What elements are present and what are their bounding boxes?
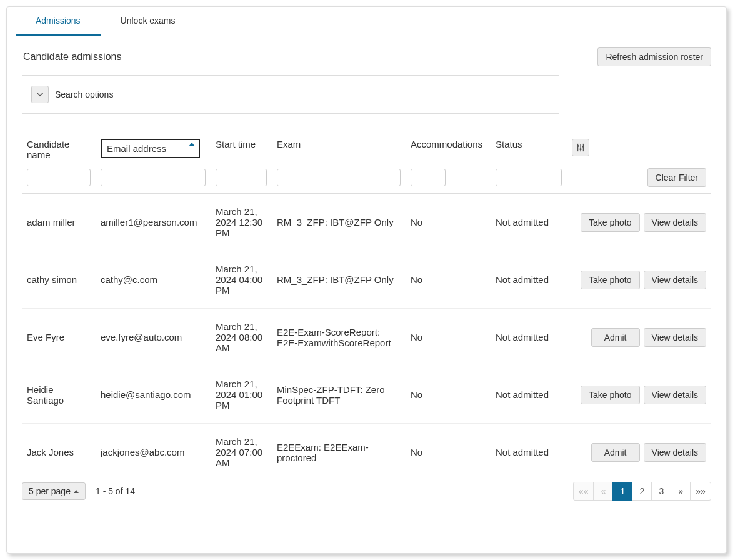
sort-asc-icon [189, 142, 195, 146]
chevron-down-icon [36, 91, 44, 98]
cell-accom: No [406, 251, 491, 309]
col-header-status[interactable]: Status [491, 135, 567, 166]
cell-name: Heidie Santiago [22, 366, 96, 424]
view-details-button[interactable]: View details [644, 271, 706, 289]
per-page-selector[interactable]: 5 per page [22, 482, 86, 500]
cell-start: March 21, 2024 08:00 AM [211, 309, 272, 366]
cell-start: March 21, 2024 04:00 PM [211, 251, 272, 309]
clear-filter-button[interactable]: Clear Filter [647, 168, 706, 187]
table-row: Eve Fyreeve.fyre@auto.comMarch 21, 2024 … [22, 309, 711, 366]
sliders-icon [576, 143, 585, 152]
row-primary-action-button[interactable]: Admit [591, 328, 640, 347]
svg-point-3 [577, 145, 579, 147]
page-number-button[interactable]: 2 [632, 482, 652, 501]
cell-status: Not admitted [491, 251, 567, 309]
cell-accom: No [406, 424, 491, 481]
expand-search-button[interactable] [31, 86, 49, 103]
per-page-label: 5 per page [29, 486, 71, 496]
cell-name: Jack Jones [22, 424, 96, 481]
page-number-button[interactable]: 3 [651, 482, 671, 501]
cell-exam: E2EExam: E2EExam-proctored [272, 424, 406, 481]
page-last-button[interactable]: »» [690, 482, 711, 501]
filter-exam-input[interactable] [277, 169, 401, 186]
cell-start: March 21, 2024 12:30 PM [211, 194, 272, 251]
view-details-button[interactable]: View details [644, 386, 706, 404]
col-header-accom[interactable]: Accommodations [406, 135, 491, 166]
row-primary-action-button[interactable]: Take photo [581, 386, 640, 404]
cell-exam: RM_3_ZFP: IBT@ZFP Only [272, 251, 406, 309]
svg-point-4 [579, 148, 581, 150]
page-title: Candidate admissions [23, 51, 121, 62]
col-header-exam[interactable]: Exam [272, 135, 406, 166]
table-settings-button[interactable] [572, 139, 589, 156]
col-header-email[interactable]: Email address [96, 135, 211, 166]
cell-email: jackjones@abc.com [96, 424, 211, 481]
filter-email-input[interactable] [101, 169, 206, 186]
cell-status: Not admitted [491, 194, 567, 251]
col-header-email-label: Email address [107, 143, 166, 154]
view-details-button[interactable]: View details [644, 213, 706, 232]
caret-up-icon [74, 490, 79, 493]
pagination-bar: 5 per page 1 - 5 of 14 «« « 123 » »» [22, 481, 711, 501]
cell-name: cathy simon [22, 251, 96, 309]
cell-status: Not admitted [491, 309, 567, 366]
cell-exam: E2E-Exam-ScoreReport: E2E-ExamwithScoreR… [272, 309, 406, 366]
table-row: Jack Jonesjackjones@abc.comMarch 21, 202… [22, 424, 711, 481]
filter-start-input[interactable] [216, 169, 267, 186]
cell-accom: No [406, 309, 491, 366]
cell-email: amiller1@pearson.com [96, 194, 211, 251]
svg-point-5 [582, 146, 584, 148]
tab-unlock-exams[interactable]: Unlock exams [101, 7, 196, 36]
view-details-button[interactable]: View details [644, 328, 706, 347]
cell-exam: RM_3_ZFP: IBT@ZFP Only [272, 194, 406, 251]
tabs: Admissions Unlock exams [7, 7, 726, 36]
filter-status-input[interactable] [496, 169, 562, 186]
filter-name-input[interactable] [27, 169, 91, 186]
cell-accom: No [406, 366, 491, 424]
page-nav: «« « 123 » »» [574, 482, 711, 501]
cell-email: eve.fyre@auto.com [96, 309, 211, 366]
cell-name: Eve Fyre [22, 309, 96, 366]
cell-exam: MinSpec-ZFP-TDFT: Zero Footprint TDFT [272, 366, 406, 424]
refresh-roster-button[interactable]: Refresh admission roster [597, 48, 711, 66]
page-next-button[interactable]: » [671, 482, 691, 501]
cell-accom: No [406, 194, 491, 251]
cell-email: cathy@c.com [96, 251, 211, 309]
admissions-table: Candidate name Email address Start time … [22, 135, 711, 481]
row-primary-action-button[interactable]: Take photo [581, 271, 640, 289]
cell-email: heidie@santiago.com [96, 366, 211, 424]
filter-accom-input[interactable] [411, 169, 446, 186]
row-primary-action-button[interactable]: Admit [591, 443, 640, 462]
row-primary-action-button[interactable]: Take photo [581, 213, 640, 232]
search-options-panel: Search options [22, 75, 559, 114]
table-row: Heidie Santiagoheidie@santiago.comMarch … [22, 366, 711, 424]
cell-status: Not admitted [491, 424, 567, 481]
cell-start: March 21, 2024 07:00 AM [211, 424, 272, 481]
page-prev-button[interactable]: « [593, 482, 613, 501]
cell-status: Not admitted [491, 366, 567, 424]
col-header-start[interactable]: Start time [211, 135, 272, 166]
tab-admissions[interactable]: Admissions [16, 7, 101, 36]
col-header-name[interactable]: Candidate name [22, 135, 96, 166]
page-first-button[interactable]: «« [573, 482, 594, 501]
cell-name: adam miller [22, 194, 96, 251]
table-row: adam milleramiller1@pearson.comMarch 21,… [22, 194, 711, 251]
section-header: Candidate admissions Refresh admission r… [7, 36, 726, 75]
view-details-button[interactable]: View details [644, 443, 706, 462]
page-range-label: 1 - 5 of 14 [96, 486, 135, 496]
page-number-button[interactable]: 1 [612, 482, 632, 501]
table-row: cathy simoncathy@c.comMarch 21, 2024 04:… [22, 251, 711, 309]
search-options-label: Search options [55, 89, 113, 99]
cell-start: March 21, 2024 01:00 PM [211, 366, 272, 424]
